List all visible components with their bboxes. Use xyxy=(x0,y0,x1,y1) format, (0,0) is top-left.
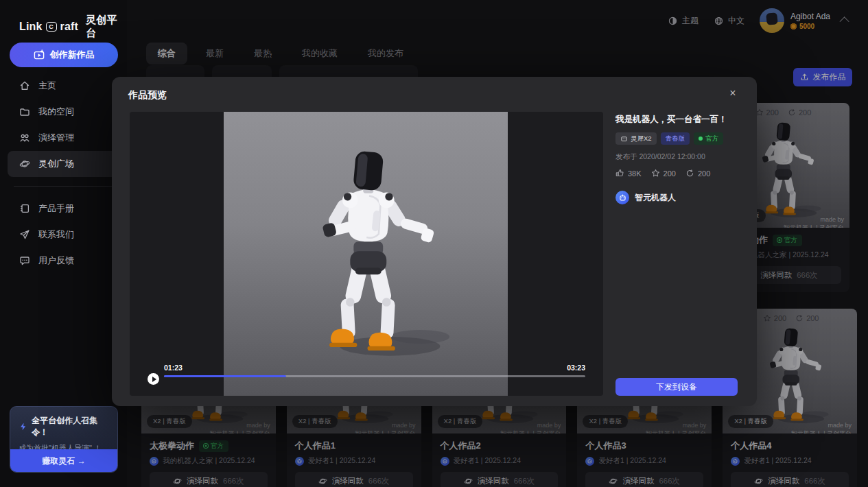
video-progress-fill xyxy=(164,375,286,377)
total-time: 03:23 xyxy=(567,364,585,372)
sidebar-item-my-space[interactable]: 我的空间 xyxy=(8,99,119,125)
brand-text-post: raft xyxy=(60,21,79,33)
group-icon xyxy=(19,132,30,143)
star-icon xyxy=(651,169,660,178)
close-icon[interactable]: × xyxy=(725,86,740,101)
sidebar-item-user-feedback[interactable]: 用户反馈 xyxy=(8,248,119,274)
sidebar-item-lingchuang-plaza[interactable]: 灵创广场 xyxy=(8,151,119,177)
play-button[interactable] xyxy=(148,373,159,385)
brand-platform-name: 灵创平台 xyxy=(86,14,127,40)
modal-title: 作品预览 xyxy=(128,89,167,100)
official-dot-icon xyxy=(699,136,703,141)
work-detail-panel: 我是机器人，买一台省一百！ 灵犀X2 青春版 官方 发布于 2020/02/02… xyxy=(615,112,740,396)
sidebar-item-contact-us[interactable]: 联系我们 xyxy=(8,222,119,248)
sidebar-item-performance-management[interactable]: 演绎管理 xyxy=(8,125,119,151)
video-progress-bar[interactable] xyxy=(164,375,585,377)
model-tag: 灵犀X2 xyxy=(615,132,657,145)
promo-title: 全平台创作人召集令！ xyxy=(32,415,109,438)
brand-logo: LinkCraft 灵创平台 xyxy=(19,14,127,40)
video-player[interactable]: 01:23 03:23 xyxy=(130,112,603,396)
work-stats: 38K 200 200 xyxy=(615,169,740,178)
brand-text-pre: Link xyxy=(19,21,43,33)
author-avatar xyxy=(615,191,629,204)
home-icon xyxy=(19,80,30,91)
work-preview-modal: 作品预览 × 01:23 03:23 我是 xyxy=(112,77,757,406)
planet-icon xyxy=(19,158,30,169)
replay-icon xyxy=(685,169,694,178)
creator-promo-card: 全平台创作人召集令！ 成为首批"机器人导演" ！ 赚取灵石 → xyxy=(10,406,118,473)
send-icon xyxy=(19,229,30,240)
likes-stat: 38K xyxy=(615,169,642,178)
sidebar-divider xyxy=(14,186,113,187)
feedback-icon xyxy=(19,255,30,266)
work-author[interactable]: 智元机器人 xyxy=(615,191,740,204)
sidebar-nav: 主页 我的空间 演绎管理 灵创广场 产品手册 联系我们 xyxy=(0,73,127,274)
sidebar-item-home[interactable]: 主页 xyxy=(8,73,119,99)
sidebar: LinkCraft 灵创平台 创作新作品 主页 我的空间 演绎管理 灵创广场 xyxy=(0,0,127,487)
robot-head-icon xyxy=(618,193,627,202)
edition-tag: 青春版 xyxy=(661,132,690,145)
folder-icon xyxy=(19,106,30,117)
stars-stat: 200 xyxy=(651,169,676,178)
bolt-icon xyxy=(19,422,27,431)
current-time: 01:23 xyxy=(164,364,183,372)
video-create-icon xyxy=(34,49,45,60)
work-title: 我是机器人，买一台省一百！ xyxy=(615,114,740,126)
create-work-button[interactable]: 创作新作品 xyxy=(10,43,118,67)
official-tag: 官方 xyxy=(694,132,723,145)
brand-c-icon: C xyxy=(46,22,57,32)
sidebar-item-product-manual[interactable]: 产品手册 xyxy=(8,195,119,222)
app-root: LinkCraft 灵创平台 创作新作品 主页 我的空间 演绎管理 灵创广场 xyxy=(0,0,868,487)
video-frame xyxy=(224,112,508,396)
earn-lingshi-button[interactable]: 赚取灵石 → xyxy=(10,449,118,473)
thumb-up-icon xyxy=(615,169,624,178)
monitor-icon xyxy=(620,135,628,143)
book-icon xyxy=(19,203,30,214)
deploy-to-device-button[interactable]: 下发到设备 xyxy=(615,378,738,396)
publish-date: 发布于 2020/02/02 12:00:00 xyxy=(615,152,740,162)
video-controls: 01:23 03:23 xyxy=(148,364,585,387)
shares-stat: 200 xyxy=(685,169,710,178)
robot-figure xyxy=(279,123,452,385)
work-tags: 灵犀X2 青春版 官方 xyxy=(615,132,740,145)
